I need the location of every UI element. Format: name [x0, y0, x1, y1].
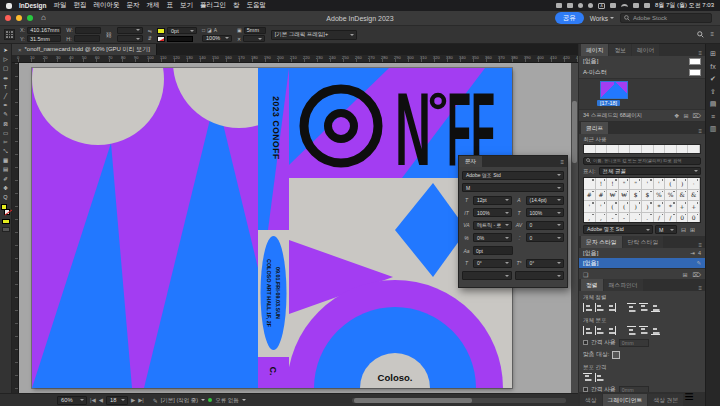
language-select-1[interactable] — [462, 271, 512, 280]
tab-pages-2[interactable]: 레이어 — [632, 44, 659, 56]
tab-align-0[interactable]: 정렬 — [581, 279, 603, 291]
font-size-select[interactable]: 12pt — [473, 196, 512, 205]
menu-item-9[interactable]: 도움말 — [246, 1, 266, 10]
glyph-cell[interactable]: ' — [642, 178, 654, 190]
hand-tool[interactable]: ✥ — [1, 184, 11, 192]
next-page-button[interactable]: ▶ — [131, 397, 135, 403]
menu-app-name[interactable]: InDesign — [19, 2, 46, 9]
show-select[interactable]: 전체 글꼴 — [599, 167, 701, 175]
h-field[interactable] — [74, 35, 100, 42]
glyph-grid[interactable]: !!""''()·##₩₩$$%%&&''(())**++,,--..//00 — [583, 177, 701, 223]
libraries-panel-icon[interactable]: ▥ — [710, 125, 717, 133]
wifi-icon[interactable] — [621, 4, 628, 8]
recent-glyph-cell[interactable] — [677, 145, 689, 153]
type-tool[interactable]: T — [1, 83, 11, 91]
distribute-top-icon[interactable] — [627, 326, 636, 335]
shear-angle-select[interactable] — [117, 35, 143, 42]
glyph-cell[interactable]: 0 — [677, 213, 689, 224]
glyph-cell[interactable]: # — [584, 190, 596, 202]
w-field[interactable] — [75, 27, 101, 34]
glyph-cell[interactable]: , — [584, 213, 596, 224]
glyph-cell[interactable]: , — [596, 213, 608, 224]
recent-glyph-cell[interactable] — [688, 145, 700, 153]
glyph-cell[interactable]: - — [607, 213, 619, 224]
kerning-select[interactable]: 메트릭 - 로 — [473, 221, 512, 230]
redefine-style-icon[interactable]: ⇥ — [690, 250, 695, 256]
note-tool[interactable]: ▤ — [1, 165, 11, 173]
menu-item-6[interactable]: 보기 — [180, 1, 193, 10]
align-left-icon[interactable] — [583, 303, 592, 312]
x-field[interactable]: 410.167mm — [27, 27, 61, 34]
glyph-zoom-out-icon[interactable]: ⊟ — [681, 226, 686, 233]
font-style-select[interactable]: M — [462, 183, 564, 192]
horizontal-scale-select[interactable]: 100% — [526, 208, 565, 217]
recent-glyph-cell[interactable] — [630, 145, 642, 153]
glyph-cell[interactable]: ! — [596, 178, 608, 190]
apply-color-button[interactable] — [2, 219, 10, 224]
distribute-center-v-icon[interactable] — [639, 326, 648, 335]
delete-style-icon[interactable]: ⌦ — [693, 271, 701, 278]
zoom-tool[interactable]: Q — [1, 193, 11, 201]
mirror-icon[interactable] — [567, 3, 573, 8]
glyph-cell[interactable]: + — [677, 201, 689, 213]
tracking-select[interactable]: 0 — [526, 221, 565, 230]
pages-panel-icon[interactable]: ⊞ — [710, 50, 716, 58]
recent-glyphs-row[interactable] — [583, 144, 701, 154]
edit-style-icon[interactable]: ✎ — [696, 260, 701, 266]
new-style-icon[interactable]: ⊞ — [682, 271, 687, 278]
vpn-icon[interactable] — [578, 3, 583, 8]
recent-glyph-cell[interactable] — [665, 145, 677, 153]
tab-color-0[interactable]: 색상 — [580, 394, 602, 406]
recent-glyph-cell[interactable] — [642, 145, 654, 153]
panel-menu-icon[interactable]: ≡ — [698, 128, 703, 134]
search-icon[interactable] — [697, 31, 704, 38]
corner-radius-field[interactable]: 5mm — [244, 27, 266, 34]
first-page-button[interactable]: |◀ — [90, 397, 96, 403]
glyph-cell[interactable]: % — [665, 190, 677, 202]
distribute-bottom-icon[interactable] — [651, 326, 660, 335]
master-a-row[interactable]: A-마스터 — [579, 67, 705, 78]
scissors-tool[interactable]: ✂ — [1, 138, 11, 146]
spread-thumbnail[interactable] — [601, 82, 627, 98]
recent-glyph-cell[interactable] — [619, 145, 631, 153]
fit-frame-icon[interactable]: ✕ — [237, 36, 241, 42]
glyph-cell[interactable]: - — [619, 213, 631, 224]
zoom-level-select[interactable]: 60% — [57, 396, 87, 405]
recent-glyph-cell[interactable] — [607, 145, 619, 153]
y-field[interactable]: 31.5mm — [27, 35, 61, 42]
glyph-cell[interactable]: + — [688, 201, 700, 213]
pen-tool[interactable]: ✒ — [1, 101, 11, 109]
scale-select[interactable] — [243, 35, 265, 42]
char-spacing-select[interactable]: 0 — [526, 233, 565, 242]
menu-item-3[interactable]: 문자 — [126, 1, 139, 10]
language-select-2[interactable] — [515, 271, 565, 280]
glyph-cell[interactable]: % — [654, 190, 666, 202]
glyph-cell[interactable]: ' — [654, 178, 666, 190]
stroke-swatch[interactable] — [4, 209, 10, 215]
vertical-ruler[interactable] — [12, 63, 19, 393]
glyph-cell[interactable]: 0 — [688, 213, 700, 224]
glyph-style-select[interactable]: M — [655, 225, 677, 234]
opacity-select[interactable]: 100% — [202, 35, 232, 42]
new-spread-icon[interactable]: ⊞ — [683, 112, 688, 119]
tab-color-2[interactable]: 색상 견본 — [648, 394, 683, 406]
page-tool[interactable]: ▢ — [1, 64, 11, 72]
panel-menu-icon[interactable]: ≡ — [684, 388, 693, 406]
character-panel-header[interactable]: 문자 ≡ — [459, 156, 567, 167]
export-panel-icon[interactable]: ⇪ — [710, 88, 716, 96]
pencil-tool[interactable]: ✎ — [1, 110, 11, 118]
char-rotation-select[interactable]: 0° — [526, 259, 565, 268]
adobe-stock-search[interactable]: Adobe Stock — [620, 13, 712, 23]
menu-item-8[interactable]: 창 — [233, 1, 240, 10]
prev-page-button[interactable]: ◀ — [99, 397, 103, 403]
window-minimize-button[interactable] — [16, 15, 22, 21]
word-spacing-select[interactable]: 0% — [473, 233, 512, 242]
master-none-row[interactable]: [없음] — [579, 56, 705, 67]
edit-spread-icon[interactable]: ❖ — [674, 112, 679, 119]
glyph-zoom-in-icon[interactable]: ⊞ — [690, 226, 695, 233]
recent-glyph-cell[interactable] — [654, 145, 666, 153]
pages-thumbnails[interactable]: [17-18] — [579, 78, 705, 110]
glyph-cell[interactable] — [584, 178, 596, 190]
glyph-cell[interactable]: · — [688, 178, 700, 190]
window-zoom-button[interactable] — [27, 15, 33, 21]
